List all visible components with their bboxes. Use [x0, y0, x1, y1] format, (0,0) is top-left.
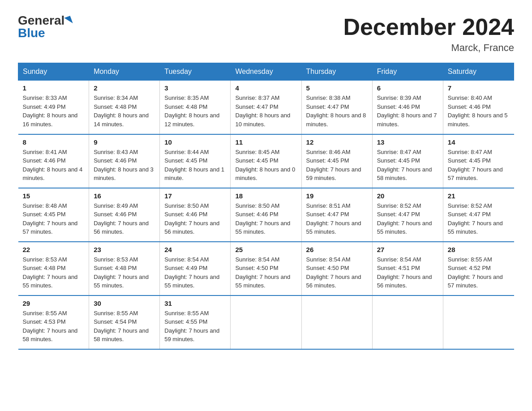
day-number: 10 — [164, 138, 226, 146]
day-number: 20 — [377, 192, 438, 200]
day-info: Sunrise: 8:34 AM Sunset: 4:48 PM Dayligh… — [94, 94, 155, 128]
calendar-header: Sunday Monday Tuesday Wednesday Thursday… — [18, 63, 514, 81]
day-number: 3 — [164, 84, 226, 92]
calendar-week-2: 8 Sunrise: 8:41 AM Sunset: 4:46 PM Dayli… — [18, 134, 514, 188]
day-number: 22 — [23, 246, 85, 253]
day-info: Sunrise: 8:43 AM Sunset: 4:46 PM Dayligh… — [94, 148, 155, 183]
header-thursday: Thursday — [301, 63, 372, 81]
calendar-cell: 23 Sunrise: 8:53 AM Sunset: 4:48 PM Dayl… — [89, 242, 160, 295]
day-info: Sunrise: 8:40 AM Sunset: 4:46 PM Dayligh… — [448, 94, 510, 128]
day-info: Sunrise: 8:39 AM Sunset: 4:46 PM Dayligh… — [377, 94, 438, 128]
day-number: 1 — [23, 84, 85, 92]
calendar-cell: 26 Sunrise: 8:54 AM Sunset: 4:50 PM Dayl… — [301, 242, 372, 295]
day-info: Sunrise: 8:54 AM Sunset: 4:49 PM Dayligh… — [164, 255, 226, 290]
day-info: Sunrise: 8:54 AM Sunset: 4:50 PM Dayligh… — [306, 255, 368, 290]
day-number: 7 — [448, 84, 510, 92]
calendar-cell: 17 Sunrise: 8:50 AM Sunset: 4:46 PM Dayl… — [160, 188, 231, 242]
header-tuesday: Tuesday — [160, 63, 231, 81]
day-number: 15 — [23, 192, 85, 200]
calendar-cell: 18 Sunrise: 8:50 AM Sunset: 4:46 PM Dayl… — [231, 188, 301, 242]
logo-arrow-icon — [64, 16, 73, 26]
day-info: Sunrise: 8:45 AM Sunset: 4:45 PM Dayligh… — [235, 148, 296, 183]
day-number: 12 — [306, 138, 368, 146]
day-info: Sunrise: 8:53 AM Sunset: 4:48 PM Dayligh… — [94, 255, 155, 290]
header-monday: Monday — [89, 63, 160, 81]
day-info: Sunrise: 8:53 AM Sunset: 4:48 PM Dayligh… — [23, 255, 85, 290]
day-info: Sunrise: 8:55 AM Sunset: 4:55 PM Dayligh… — [164, 309, 226, 344]
calendar-cell: 8 Sunrise: 8:41 AM Sunset: 4:46 PM Dayli… — [18, 134, 89, 188]
day-info: Sunrise: 8:46 AM Sunset: 4:45 PM Dayligh… — [306, 148, 368, 183]
day-info: Sunrise: 8:47 AM Sunset: 4:45 PM Dayligh… — [448, 148, 510, 183]
title-area: December 2024 Marck, France — [343, 13, 514, 54]
day-info: Sunrise: 8:38 AM Sunset: 4:47 PM Dayligh… — [306, 94, 368, 128]
day-info: Sunrise: 8:55 AM Sunset: 4:53 PM Dayligh… — [23, 309, 85, 344]
calendar-week-5: 29 Sunrise: 8:55 AM Sunset: 4:53 PM Dayl… — [18, 295, 514, 349]
day-number: 9 — [94, 138, 155, 146]
day-number: 23 — [94, 246, 155, 253]
day-number: 28 — [448, 246, 510, 253]
day-number: 6 — [377, 84, 438, 92]
day-number: 31 — [164, 300, 226, 307]
day-info: Sunrise: 8:54 AM Sunset: 4:51 PM Dayligh… — [377, 255, 438, 290]
calendar-week-4: 22 Sunrise: 8:53 AM Sunset: 4:48 PM Dayl… — [18, 242, 514, 295]
calendar-cell: 16 Sunrise: 8:49 AM Sunset: 4:46 PM Dayl… — [89, 188, 160, 242]
day-info: Sunrise: 8:55 AM Sunset: 4:52 PM Dayligh… — [448, 255, 510, 290]
calendar-cell: 25 Sunrise: 8:54 AM Sunset: 4:50 PM Dayl… — [231, 242, 301, 295]
calendar-cell: 2 Sunrise: 8:34 AM Sunset: 4:48 PM Dayli… — [89, 81, 160, 134]
day-number: 14 — [448, 138, 510, 146]
day-info: Sunrise: 8:52 AM Sunset: 4:47 PM Dayligh… — [448, 201, 510, 236]
day-info: Sunrise: 8:54 AM Sunset: 4:50 PM Dayligh… — [235, 255, 296, 290]
day-number: 29 — [23, 300, 85, 307]
day-info: Sunrise: 8:35 AM Sunset: 4:48 PM Dayligh… — [164, 94, 226, 128]
day-number: 11 — [235, 138, 296, 146]
day-info: Sunrise: 8:33 AM Sunset: 4:49 PM Dayligh… — [23, 94, 85, 128]
calendar-cell: 22 Sunrise: 8:53 AM Sunset: 4:48 PM Dayl… — [18, 242, 89, 295]
calendar-week-1: 1 Sunrise: 8:33 AM Sunset: 4:49 PM Dayli… — [18, 81, 514, 134]
calendar-cell: 15 Sunrise: 8:48 AM Sunset: 4:45 PM Dayl… — [18, 188, 89, 242]
day-info: Sunrise: 8:48 AM Sunset: 4:45 PM Dayligh… — [23, 201, 85, 236]
calendar-cell — [231, 295, 301, 349]
day-number: 8 — [23, 138, 85, 146]
day-info: Sunrise: 8:55 AM Sunset: 4:54 PM Dayligh… — [94, 309, 155, 344]
day-info: Sunrise: 8:49 AM Sunset: 4:46 PM Dayligh… — [94, 201, 155, 236]
day-info: Sunrise: 8:52 AM Sunset: 4:47 PM Dayligh… — [377, 201, 438, 236]
day-number: 21 — [448, 192, 510, 200]
day-info: Sunrise: 8:47 AM Sunset: 4:45 PM Dayligh… — [377, 148, 438, 183]
calendar-cell: 14 Sunrise: 8:47 AM Sunset: 4:45 PM Dayl… — [443, 134, 514, 188]
day-number: 27 — [377, 246, 438, 253]
day-number: 5 — [306, 84, 368, 92]
day-info: Sunrise: 8:41 AM Sunset: 4:46 PM Dayligh… — [23, 148, 85, 183]
calendar-cell: 21 Sunrise: 8:52 AM Sunset: 4:47 PM Dayl… — [443, 188, 514, 242]
header-friday: Friday — [372, 63, 443, 81]
location: Marck, France — [343, 42, 514, 54]
calendar-cell: 29 Sunrise: 8:55 AM Sunset: 4:53 PM Dayl… — [18, 295, 89, 349]
calendar-cell: 4 Sunrise: 8:37 AM Sunset: 4:47 PM Dayli… — [231, 81, 301, 134]
day-info: Sunrise: 8:37 AM Sunset: 4:47 PM Dayligh… — [235, 94, 296, 128]
day-number: 24 — [164, 246, 226, 253]
month-title: December 2024 — [343, 13, 514, 40]
header-wednesday: Wednesday — [231, 63, 301, 81]
day-info: Sunrise: 8:44 AM Sunset: 4:45 PM Dayligh… — [164, 148, 226, 183]
calendar-cell: 19 Sunrise: 8:51 AM Sunset: 4:47 PM Dayl… — [301, 188, 372, 242]
calendar-cell: 12 Sunrise: 8:46 AM Sunset: 4:45 PM Dayl… — [301, 134, 372, 188]
calendar-cell: 3 Sunrise: 8:35 AM Sunset: 4:48 PM Dayli… — [160, 81, 231, 134]
calendar-cell — [443, 295, 514, 349]
calendar-table: Sunday Monday Tuesday Wednesday Thursday… — [18, 63, 514, 350]
calendar-body: 1 Sunrise: 8:33 AM Sunset: 4:49 PM Dayli… — [18, 81, 514, 349]
calendar-cell: 5 Sunrise: 8:38 AM Sunset: 4:47 PM Dayli… — [301, 81, 372, 134]
calendar-cell: 7 Sunrise: 8:40 AM Sunset: 4:46 PM Dayli… — [443, 81, 514, 134]
calendar-cell: 10 Sunrise: 8:44 AM Sunset: 4:45 PM Dayl… — [160, 134, 231, 188]
day-number: 19 — [306, 192, 368, 200]
page-header: General Blue December 2024 Marck, France — [18, 13, 514, 54]
day-number: 26 — [306, 246, 368, 253]
day-number: 30 — [94, 300, 155, 307]
logo: General Blue — [18, 13, 72, 40]
calendar-cell: 13 Sunrise: 8:47 AM Sunset: 4:45 PM Dayl… — [372, 134, 443, 188]
day-number: 13 — [377, 138, 438, 146]
calendar-cell: 20 Sunrise: 8:52 AM Sunset: 4:47 PM Dayl… — [372, 188, 443, 242]
calendar-cell — [301, 295, 372, 349]
calendar-cell: 6 Sunrise: 8:39 AM Sunset: 4:46 PM Dayli… — [372, 81, 443, 134]
calendar-cell: 27 Sunrise: 8:54 AM Sunset: 4:51 PM Dayl… — [372, 242, 443, 295]
header-row: Sunday Monday Tuesday Wednesday Thursday… — [18, 63, 514, 81]
day-info: Sunrise: 8:51 AM Sunset: 4:47 PM Dayligh… — [306, 201, 368, 236]
